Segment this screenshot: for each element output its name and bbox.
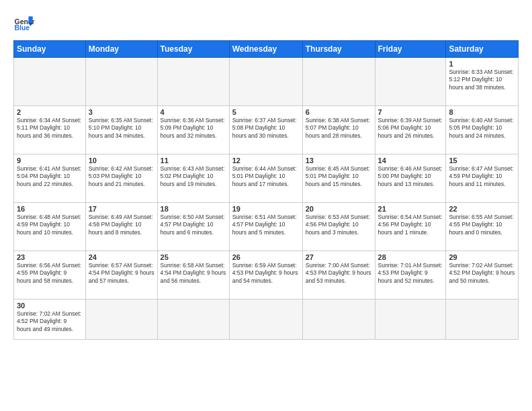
- calendar-cell: 5Sunrise: 6:37 AM Sunset: 5:08 PM Daylig…: [229, 106, 302, 154]
- calendar-cell: 23Sunrise: 6:56 AM Sunset: 4:55 PM Dayli…: [14, 251, 86, 300]
- day-number: 25: [161, 253, 226, 261]
- calendar-cell: 13Sunrise: 6:45 AM Sunset: 5:01 PM Dayli…: [302, 154, 375, 203]
- svg-text:Blue: Blue: [15, 24, 30, 32]
- day-number: 24: [89, 253, 154, 261]
- day-number: 22: [449, 205, 515, 213]
- calendar-cell: 21Sunrise: 6:54 AM Sunset: 4:56 PM Dayli…: [375, 203, 446, 251]
- calendar-cell: [85, 58, 157, 106]
- day-info: Sunrise: 6:43 AM Sunset: 5:02 PM Dayligh…: [161, 165, 226, 188]
- day-info: Sunrise: 6:54 AM Sunset: 4:56 PM Dayligh…: [378, 214, 443, 236]
- calendar-cell: 30Sunrise: 7:02 AM Sunset: 4:52 PM Dayli…: [14, 300, 86, 340]
- calendar-cell: 25Sunrise: 6:58 AM Sunset: 4:54 PM Dayli…: [157, 251, 229, 300]
- day-info: Sunrise: 6:51 AM Sunset: 4:57 PM Dayligh…: [232, 214, 300, 236]
- calendar-cell: 15Sunrise: 6:47 AM Sunset: 4:59 PM Dayli…: [446, 154, 519, 203]
- calendar-cell: [302, 300, 375, 340]
- calendar-cell: 26Sunrise: 6:59 AM Sunset: 4:53 PM Dayli…: [229, 251, 302, 300]
- calendar-cell: [14, 58, 86, 106]
- day-info: Sunrise: 7:02 AM Sunset: 4:52 PM Dayligh…: [449, 262, 515, 285]
- day-number: 18: [161, 205, 226, 213]
- day-number: 13: [306, 156, 372, 165]
- day-info: Sunrise: 7:00 AM Sunset: 4:53 PM Dayligh…: [306, 262, 372, 285]
- day-number: 12: [232, 156, 300, 165]
- day-info: Sunrise: 6:45 AM Sunset: 5:01 PM Dayligh…: [306, 165, 372, 188]
- calendar-cell: [375, 58, 446, 106]
- calendar-week-row: 1Sunrise: 6:33 AM Sunset: 5:12 PM Daylig…: [14, 58, 519, 106]
- calendar-cell: 12Sunrise: 6:44 AM Sunset: 5:01 PM Dayli…: [229, 154, 302, 203]
- calendar-cell: 7Sunrise: 6:39 AM Sunset: 5:06 PM Daylig…: [375, 106, 446, 154]
- calendar-cell: 20Sunrise: 6:53 AM Sunset: 4:56 PM Dayli…: [302, 203, 375, 251]
- day-info: Sunrise: 6:40 AM Sunset: 5:05 PM Dayligh…: [449, 117, 515, 140]
- day-info: Sunrise: 6:57 AM Sunset: 4:54 PM Dayligh…: [89, 262, 154, 285]
- day-number: 27: [306, 253, 372, 261]
- calendar-cell: [229, 300, 302, 340]
- weekday-wednesday: Wednesday: [229, 41, 302, 58]
- day-number: 21: [378, 205, 443, 213]
- day-info: Sunrise: 7:02 AM Sunset: 4:52 PM Dayligh…: [17, 310, 83, 333]
- day-info: Sunrise: 6:44 AM Sunset: 5:01 PM Dayligh…: [232, 165, 300, 188]
- day-number: 26: [232, 253, 300, 261]
- day-info: Sunrise: 6:53 AM Sunset: 4:56 PM Dayligh…: [306, 214, 372, 236]
- calendar-cell: [375, 300, 446, 340]
- calendar-week-row: 16Sunrise: 6:48 AM Sunset: 4:59 PM Dayli…: [14, 203, 519, 251]
- day-number: 7: [378, 108, 443, 116]
- calendar-cell: 10Sunrise: 6:42 AM Sunset: 5:03 PM Dayli…: [85, 154, 157, 203]
- day-number: 30: [17, 302, 83, 310]
- calendar-cell: 17Sunrise: 6:49 AM Sunset: 4:58 PM Dayli…: [85, 203, 157, 251]
- day-number: 19: [232, 205, 300, 213]
- day-number: 15: [449, 156, 515, 165]
- calendar-cell: 22Sunrise: 6:55 AM Sunset: 4:55 PM Dayli…: [446, 203, 519, 251]
- day-info: Sunrise: 6:59 AM Sunset: 4:53 PM Dayligh…: [232, 262, 300, 285]
- day-number: 5: [232, 108, 300, 116]
- calendar-cell: [157, 58, 229, 106]
- day-info: Sunrise: 6:33 AM Sunset: 5:12 PM Dayligh…: [449, 68, 515, 91]
- day-info: Sunrise: 6:56 AM Sunset: 4:55 PM Dayligh…: [17, 262, 83, 285]
- calendar-cell: 19Sunrise: 6:51 AM Sunset: 4:57 PM Dayli…: [229, 203, 302, 251]
- calendar-cell: 11Sunrise: 6:43 AM Sunset: 5:02 PM Dayli…: [157, 154, 229, 203]
- day-number: 8: [449, 108, 515, 116]
- calendar-cell: 29Sunrise: 7:02 AM Sunset: 4:52 PM Dayli…: [446, 251, 519, 300]
- calendar-cell: [446, 300, 519, 340]
- day-number: 14: [378, 156, 443, 165]
- day-info: Sunrise: 6:50 AM Sunset: 4:57 PM Dayligh…: [161, 214, 226, 236]
- day-number: 3: [89, 108, 154, 116]
- day-info: Sunrise: 6:49 AM Sunset: 4:58 PM Dayligh…: [89, 214, 154, 236]
- weekday-tuesday: Tuesday: [157, 41, 229, 58]
- calendar-week-row: 2Sunrise: 6:34 AM Sunset: 5:11 PM Daylig…: [14, 106, 519, 154]
- weekday-sunday: Sunday: [14, 41, 86, 58]
- weekday-saturday: Saturday: [446, 41, 519, 58]
- day-number: 16: [17, 205, 83, 213]
- calendar-cell: 28Sunrise: 7:01 AM Sunset: 4:53 PM Dayli…: [375, 251, 446, 300]
- day-number: 6: [306, 108, 372, 116]
- day-info: Sunrise: 6:37 AM Sunset: 5:08 PM Dayligh…: [232, 117, 300, 140]
- day-number: 23: [17, 253, 83, 261]
- calendar-cell: [157, 300, 229, 340]
- day-number: 11: [161, 156, 226, 165]
- day-info: Sunrise: 6:47 AM Sunset: 4:59 PM Dayligh…: [449, 165, 515, 188]
- calendar-week-row: 23Sunrise: 6:56 AM Sunset: 4:55 PM Dayli…: [14, 251, 519, 300]
- calendar-table: SundayMondayTuesdayWednesdayThursdayFrid…: [13, 40, 519, 340]
- day-number: 29: [449, 253, 515, 261]
- page-header: General Blue: [13, 12, 519, 34]
- day-number: 1: [449, 60, 515, 68]
- calendar-cell: 16Sunrise: 6:48 AM Sunset: 4:59 PM Dayli…: [14, 203, 86, 251]
- day-number: 2: [17, 108, 83, 116]
- day-info: Sunrise: 6:58 AM Sunset: 4:54 PM Dayligh…: [161, 262, 226, 285]
- calendar-cell: [302, 58, 375, 106]
- calendar-cell: 2Sunrise: 6:34 AM Sunset: 5:11 PM Daylig…: [14, 106, 86, 154]
- day-number: 17: [89, 205, 154, 213]
- calendar-cell: 27Sunrise: 7:00 AM Sunset: 4:53 PM Dayli…: [302, 251, 375, 300]
- weekday-header-row: SundayMondayTuesdayWednesdayThursdayFrid…: [14, 41, 519, 58]
- calendar-week-row: 30Sunrise: 7:02 AM Sunset: 4:52 PM Dayli…: [14, 300, 519, 340]
- day-number: 20: [306, 205, 372, 213]
- day-info: Sunrise: 6:48 AM Sunset: 4:59 PM Dayligh…: [17, 214, 83, 236]
- weekday-friday: Friday: [375, 41, 446, 58]
- calendar-cell: 1Sunrise: 6:33 AM Sunset: 5:12 PM Daylig…: [446, 58, 519, 106]
- day-info: Sunrise: 6:38 AM Sunset: 5:07 PM Dayligh…: [306, 117, 372, 140]
- calendar-cell: 6Sunrise: 6:38 AM Sunset: 5:07 PM Daylig…: [302, 106, 375, 154]
- day-number: 4: [161, 108, 226, 116]
- weekday-monday: Monday: [85, 41, 157, 58]
- weekday-thursday: Thursday: [302, 41, 375, 58]
- day-info: Sunrise: 6:41 AM Sunset: 5:04 PM Dayligh…: [17, 165, 83, 188]
- day-info: Sunrise: 6:34 AM Sunset: 5:11 PM Dayligh…: [17, 117, 83, 140]
- svg-marker-2: [28, 16, 32, 23]
